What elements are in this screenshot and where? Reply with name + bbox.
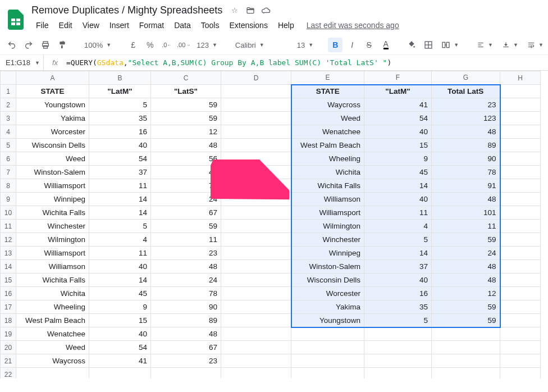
- cell-F19[interactable]: [364, 327, 432, 341]
- cell-B2[interactable]: 5: [89, 98, 151, 112]
- cell-B20[interactable]: 54: [89, 341, 151, 354]
- row-header-4[interactable]: 4: [1, 125, 16, 139]
- italic-button[interactable]: I: [345, 38, 359, 52]
- col-header-D[interactable]: D: [221, 71, 291, 85]
- cell-G10[interactable]: 101: [432, 206, 500, 220]
- row-header-9[interactable]: 9: [1, 193, 16, 206]
- borders-button[interactable]: [421, 38, 436, 52]
- wrap-button[interactable]: ▼: [524, 41, 547, 49]
- menu-data[interactable]: Data: [170, 19, 195, 32]
- cell-E8[interactable]: Wichita Falls: [291, 179, 364, 193]
- cell-E18[interactable]: Youngstown: [291, 314, 364, 327]
- cell-G16[interactable]: 12: [432, 287, 500, 300]
- cell-H11[interactable]: [500, 220, 541, 233]
- cell-B12[interactable]: 4: [89, 233, 151, 247]
- cell-H1[interactable]: [500, 85, 541, 98]
- cell-A12[interactable]: Wilmington: [16, 233, 89, 247]
- cell-B7[interactable]: 37: [89, 166, 151, 179]
- row-header-22[interactable]: 22: [1, 368, 16, 379]
- cell-F11[interactable]: 4: [364, 220, 432, 233]
- cell-C18[interactable]: 89: [151, 314, 221, 327]
- cell-C16[interactable]: 78: [151, 287, 221, 300]
- row-header-2[interactable]: 2: [1, 98, 16, 112]
- number-format-select[interactable]: 123▼: [193, 41, 221, 49]
- cell-H19[interactable]: [500, 327, 541, 341]
- cell-H14[interactable]: [500, 260, 541, 274]
- v-align-button[interactable]: ▼: [499, 41, 522, 49]
- cell-B8[interactable]: 11: [89, 179, 151, 193]
- font-size-select[interactable]: 13▼: [294, 41, 317, 49]
- menu-extensions[interactable]: Extensions: [225, 19, 272, 32]
- cell-A2[interactable]: Youngstown: [16, 98, 89, 112]
- cell-H22[interactable]: [500, 368, 541, 379]
- row-header-21[interactable]: 21: [1, 354, 16, 368]
- cell-A4[interactable]: Worcester: [16, 125, 89, 139]
- cell-A14[interactable]: Williamson: [16, 260, 89, 274]
- cell-D4[interactable]: [221, 125, 291, 139]
- cell-C14[interactable]: 48: [151, 260, 221, 274]
- cell-D12[interactable]: [221, 233, 291, 247]
- cell-G2[interactable]: 23: [432, 98, 500, 112]
- cell-D15[interactable]: [221, 274, 291, 287]
- row-header-14[interactable]: 14: [1, 260, 16, 274]
- cell-D3[interactable]: [221, 112, 291, 125]
- cell-C17[interactable]: 90: [151, 300, 221, 314]
- cell-D21[interactable]: [221, 354, 291, 368]
- cell-B6[interactable]: 54: [89, 152, 151, 166]
- cell-B3[interactable]: 35: [89, 112, 151, 125]
- cell-G4[interactable]: 48: [432, 125, 500, 139]
- cell-C22[interactable]: [151, 368, 221, 379]
- cell-E14[interactable]: Winston-Salem: [291, 260, 364, 274]
- cell-G3[interactable]: 123: [432, 112, 500, 125]
- cell-G14[interactable]: 48: [432, 260, 500, 274]
- redo-icon[interactable]: [21, 38, 36, 52]
- col-header-F[interactable]: F: [364, 71, 432, 85]
- cell-B10[interactable]: 14: [89, 206, 151, 220]
- row-header-13[interactable]: 13: [1, 247, 16, 260]
- cell-B16[interactable]: 45: [89, 287, 151, 300]
- cell-H6[interactable]: [500, 152, 541, 166]
- cell-H20[interactable]: [500, 341, 541, 354]
- cell-D8[interactable]: [221, 179, 291, 193]
- cell-E19[interactable]: [291, 327, 364, 341]
- cell-E1[interactable]: STATE: [291, 85, 364, 98]
- cell-D19[interactable]: [221, 327, 291, 341]
- last-edit-link[interactable]: Last edit was seconds ago: [307, 21, 399, 30]
- cell-B4[interactable]: 16: [89, 125, 151, 139]
- col-header-A[interactable]: A: [16, 71, 89, 85]
- font-family-select[interactable]: Calibri▼: [232, 41, 282, 49]
- cell-D14[interactable]: [221, 260, 291, 274]
- cell-D22[interactable]: [221, 368, 291, 379]
- row-header-16[interactable]: 16: [1, 287, 16, 300]
- cell-D13[interactable]: [221, 247, 291, 260]
- cell-H13[interactable]: [500, 247, 541, 260]
- cloud-status-icon[interactable]: [261, 6, 272, 15]
- cell-B11[interactable]: 5: [89, 220, 151, 233]
- row-header-7[interactable]: 7: [1, 166, 16, 179]
- menu-edit[interactable]: Edit: [54, 19, 77, 32]
- cell-D1[interactable]: [221, 85, 291, 98]
- cell-B22[interactable]: [89, 368, 151, 379]
- cell-C12[interactable]: 11: [151, 233, 221, 247]
- cell-C9[interactable]: 24: [151, 193, 221, 206]
- cell-B15[interactable]: 14: [89, 274, 151, 287]
- h-align-button[interactable]: ▼: [473, 41, 496, 49]
- row-header-19[interactable]: 19: [1, 327, 16, 341]
- cell-F3[interactable]: 54: [364, 112, 432, 125]
- cell-F13[interactable]: 14: [364, 247, 432, 260]
- col-header-B[interactable]: B: [89, 71, 151, 85]
- cell-A7[interactable]: Winston-Salem: [16, 166, 89, 179]
- cell-H9[interactable]: [500, 193, 541, 206]
- cell-E21[interactable]: [291, 354, 364, 368]
- cell-E20[interactable]: [291, 341, 364, 354]
- cell-D16[interactable]: [221, 287, 291, 300]
- name-box[interactable]: E1:G18▼: [0, 55, 44, 70]
- cell-C10[interactable]: 67: [151, 206, 221, 220]
- cell-C8[interactable]: 78: [151, 179, 221, 193]
- cell-B18[interactable]: 15: [89, 314, 151, 327]
- merge-cells-button[interactable]: ▼: [438, 40, 462, 49]
- col-header-G[interactable]: G: [432, 71, 500, 85]
- cell-F18[interactable]: 5: [364, 314, 432, 327]
- formula-input[interactable]: =QUERY(GSdata,"Select A,B,SUM(C) Group B…: [66, 58, 391, 67]
- cell-C6[interactable]: 56: [151, 152, 221, 166]
